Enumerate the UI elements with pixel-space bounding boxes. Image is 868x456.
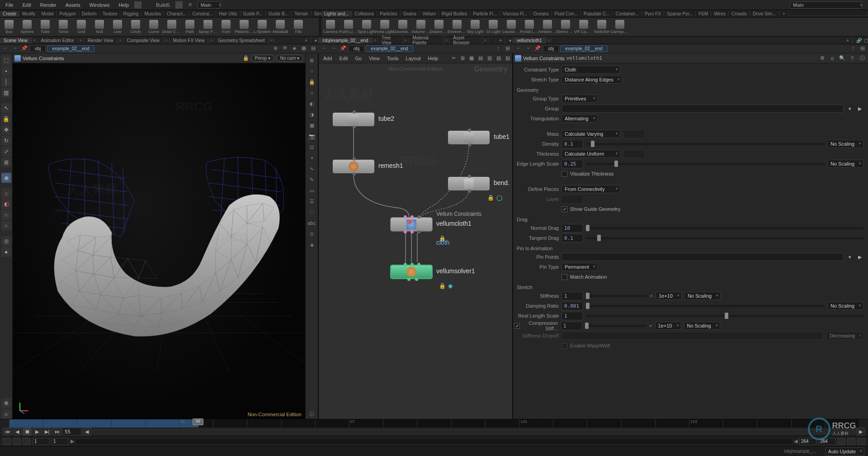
pane-tab[interactable]: Animation Editor [37,38,78,43]
add-tab-icon[interactable]: ＋ [843,37,853,44]
rt-icon[interactable]: abc [307,218,317,228]
tdrag-slider[interactable] [586,237,863,239]
close-tab-icon[interactable]: × [482,38,488,43]
followsel-icon[interactable]: ⊕ [271,45,279,52]
rt-icon[interactable]: ☼ [307,88,317,98]
pane-max-icon[interactable]: ▢ [860,38,868,43]
rt-icon[interactable]: 🔒 [307,77,317,87]
pintype-dropdown[interactable]: Permanent [561,263,598,271]
thickness-dropdown[interactable]: Calculate Uniform [561,150,620,158]
headphone-icon[interactable]: ∩ [1,210,11,220]
density-input[interactable] [561,140,583,148]
add-tab-icon[interactable]: ＋ [496,37,505,44]
edgelen-input[interactable] [561,160,583,168]
select-edges-icon[interactable]: │ [1,77,11,87]
shelf-tool[interactable]: VR Camera [575,20,593,34]
mass-dropdown[interactable]: Calculate Varying [561,130,620,138]
upnode-icon[interactable]: ↑ [849,45,857,52]
close-tab-icon[interactable]: × [208,38,214,43]
shelf-tool[interactable]: Switcher [593,20,611,34]
tdrag-input[interactable] [561,234,583,242]
shelf-tab[interactable]: Deform [79,11,100,17]
net-edit[interactable]: Edit [336,55,351,62]
define-pieces-dropdown[interactable]: From Connectivity [561,185,620,193]
node-tube2[interactable]: tube2 [332,112,375,127]
shelf-tab[interactable]: Guide P... [241,11,266,17]
channel-track[interactable] [76,439,792,444]
shelf-tool[interactable]: Torus [54,20,72,34]
shelf-tool[interactable]: Path [181,20,199,34]
damp-scale-dropdown[interactable]: No Scaling [827,302,863,310]
misc-icon[interactable]: ▤ [309,45,317,52]
shelf-tool-icon[interactable]: ◉ [1,173,11,183]
pane-tab[interactable]: /obj/example_02__end [319,38,372,43]
rt-icon[interactable]: ○ [307,66,317,76]
zoom-icon[interactable]: ⊕ [1,398,11,408]
shelf-tab[interactable]: FEM [696,11,711,17]
shelf-tool[interactable]: Spot Light [358,20,376,34]
ndrag-slider[interactable] [586,227,863,229]
stiff-slider[interactable] [586,295,647,297]
rt-icon[interactable]: 📷 [307,131,317,141]
net-icon[interactable]: ⊞ [458,55,467,62]
damp-slider[interactable] [586,305,825,307]
cstiff-input[interactable] [561,322,582,330]
shelf-tool[interactable]: Platonic Solids [235,20,253,34]
back-icon[interactable]: ← [1,45,9,52]
shelf-tab[interactable]: Modify [19,11,38,17]
viewport-canvas[interactable]: Non-Commercial Edition RRCG 人人素材 RRCG [13,63,305,419]
shelf-tab[interactable]: Oceans [530,11,552,17]
rt-icon[interactable]: ◑ [307,109,317,119]
help-icon[interactable]: ☼ [1,409,11,419]
shelf-tab[interactable]: Viscous Fl... [500,11,530,17]
rt-icon[interactable]: ⊙ [307,229,317,239]
info-icon[interactable]: ⓘ [858,55,866,62]
lock-icon[interactable]: 🔒 [1,114,11,124]
stiff-input[interactable] [561,292,583,300]
menu-windows[interactable]: Windows [86,1,113,9]
shelf-tool[interactable]: Line [108,20,127,34]
sphere-icon[interactable]: ● [1,247,11,257]
node-bend[interactable]: bend. 🔒 ◯ [448,176,490,191]
shading-icon[interactable]: ◐ [1,199,11,209]
close-tab-icon[interactable]: × [546,38,552,43]
net-layout[interactable]: Layout [403,55,424,62]
pane-tab[interactable]: Scene View [0,38,32,43]
density-slider[interactable] [586,143,825,145]
rt-icon[interactable]: ⌖ [307,153,317,163]
arrow-tool-icon[interactable]: ↖ [1,103,11,113]
display-icon[interactable]: 👁 [281,45,289,52]
net-icon[interactable]: ▤ [476,55,485,62]
misc-icon[interactable]: ▤ [859,45,867,52]
crumb-obj[interactable]: obj [543,45,559,52]
menu-help[interactable]: Help [115,1,132,9]
shelf-tool[interactable]: Box [0,20,18,34]
fwd-icon[interactable]: → [11,45,19,52]
shelf-tab[interactable]: Model [38,11,57,17]
shelf-tab[interactable]: Drive Sim... [750,11,779,17]
shelf-tab[interactable]: Particles [377,11,400,17]
select-group-icon[interactable]: ▶ [856,104,863,113]
network-canvas[interactable]: Non-Commercial Edition Geometry tube2 [319,63,512,419]
end-input[interactable] [52,438,69,445]
constraint-type-dropdown[interactable]: Cloth [561,66,620,74]
crumb-node[interactable]: example_02__end [47,45,94,52]
shelf-tab[interactable]: Container... [613,11,642,17]
rt-icon[interactable]: ◐ [307,99,317,109]
add-shelf-icon[interactable]: ＋ [779,10,789,17]
shelf-tab[interactable]: Fluid Con... [552,11,581,17]
playhead[interactable]: 55 [193,418,203,425]
close-tab-icon[interactable]: × [269,38,275,43]
camera-selector[interactable]: No cam ▾ [276,55,303,62]
time-track[interactable]: 14997145193 55 [9,419,859,428]
prev-frame-button[interactable]: ◀ [13,428,22,436]
shelf-tool[interactable]: Distant Light [430,20,448,34]
pane-tab[interactable]: Motion FX View [170,38,209,43]
shelf-tool[interactable]: Caustic Light [502,20,520,34]
last-frame-button[interactable]: ⏭ [52,428,61,436]
guide-checkbox[interactable]: ✓ [561,206,567,212]
shelf-tool[interactable]: Metaball [271,20,289,34]
menu-assets[interactable]: Assets [62,1,84,9]
shelf-tab[interactable]: Create [0,11,19,17]
start-input[interactable] [33,438,50,445]
